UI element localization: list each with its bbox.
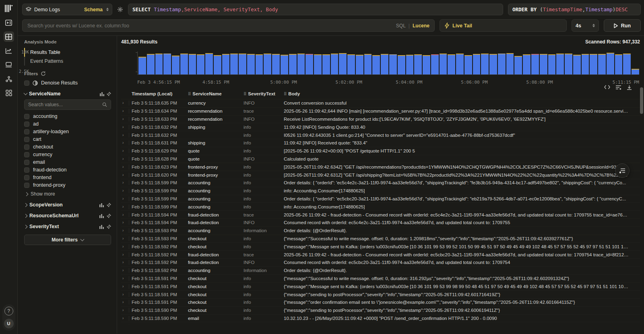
expand-row-icon[interactable]: › xyxy=(121,316,129,321)
nav-service-map-icon[interactable] xyxy=(4,74,14,84)
histogram-bar[interactable] xyxy=(473,54,481,74)
scrollbar-thumb[interactable] xyxy=(640,87,643,114)
table-row[interactable]: ›Feb 3 5:11:18.591 PMcheckoutinfo{"messa… xyxy=(121,298,640,306)
histogram-bar[interactable] xyxy=(163,54,171,74)
table-row[interactable]: ›Feb 3 5:11:18.590 PMcheckoutinfo{"messa… xyxy=(121,306,640,314)
histogram-bar[interactable] xyxy=(582,54,589,74)
histogram-bar[interactable] xyxy=(322,54,330,74)
histogram-bar[interactable] xyxy=(573,55,581,74)
facet-pin-icon[interactable] xyxy=(107,214,111,218)
histogram-bar[interactable] xyxy=(548,54,556,74)
histogram-bar[interactable] xyxy=(281,55,288,74)
analysis-mode-event-patterns[interactable]: Event Patterns xyxy=(24,57,111,66)
table-row[interactable]: ›Feb 3 5:11:18.592 PMfraud-detectionINFO… xyxy=(121,258,640,266)
histogram-bar[interactable] xyxy=(180,54,188,74)
histogram-bar[interactable] xyxy=(615,54,623,74)
table-row[interactable]: ›Feb 3 5:11:18.592 PMfraud-detectiontrac… xyxy=(121,250,640,258)
table-row[interactable]: ›Feb 3 5:11:18.592 PMaccountingInformati… xyxy=(121,266,640,274)
expand-row-icon[interactable]: › xyxy=(121,117,129,122)
histogram-bar[interactable] xyxy=(607,53,614,74)
denoise-row[interactable]: Denoise Results xyxy=(24,80,111,86)
col-header-servicename[interactable]: ⠿ServiceName xyxy=(188,91,244,96)
expand-row-icon[interactable]: › xyxy=(121,133,129,138)
histogram-bar[interactable] xyxy=(514,56,522,74)
histogram-bar[interactable] xyxy=(222,54,230,74)
facet-value-checkbox[interactable] xyxy=(24,122,29,127)
histogram-bar[interactable] xyxy=(598,54,606,74)
histogram-bar[interactable] xyxy=(347,54,355,74)
histogram-bar[interactable] xyxy=(314,54,322,74)
run-button[interactable]: Run xyxy=(604,19,641,32)
col-header-timestamp[interactable]: Timestamp (Local) xyxy=(132,91,188,96)
nav-search-table-icon[interactable] xyxy=(4,31,14,42)
download-icon[interactable] xyxy=(627,85,632,90)
histogram-bar[interactable] xyxy=(523,54,530,74)
facet-search-input[interactable] xyxy=(28,102,102,107)
histogram-bar[interactable] xyxy=(339,53,347,74)
user-avatar[interactable]: U xyxy=(4,319,14,328)
expand-row-icon[interactable]: › xyxy=(121,228,129,233)
facet-servicename-header[interactable]: ServiceName xyxy=(24,91,111,97)
expand-row-icon[interactable]: › xyxy=(121,204,129,209)
histogram-bar[interactable] xyxy=(506,53,514,74)
table-row[interactable]: ›Feb 3 5:11:18.599 PMaccountinginfoinfo:… xyxy=(121,187,640,195)
histogram-bar[interactable] xyxy=(305,54,313,74)
facet-value-checkbox[interactable] xyxy=(24,175,29,180)
show-more-toggle[interactable]: Show more xyxy=(25,191,111,197)
facet-chart-icon[interactable] xyxy=(99,203,104,207)
facet-chart-icon[interactable] xyxy=(99,92,105,96)
expand-row-icon[interactable]: › xyxy=(121,260,129,265)
facet-resourceschemaurl-header[interactable]: ResourceSchemaUrl xyxy=(24,213,111,219)
histogram-bar[interactable] xyxy=(389,54,397,74)
table-row[interactable]: ›Feb 3 5:11:18.589 PMcheckoutinfo{"messa… xyxy=(121,322,640,324)
refresh-filters-icon[interactable] xyxy=(41,71,46,76)
histogram-bar[interactable] xyxy=(331,54,339,74)
table-row[interactable]: ›Feb 3 5:11:18.632 PMinfoI0526 11:09:42.… xyxy=(121,131,640,139)
histogram-bar[interactable] xyxy=(297,54,305,74)
expand-row-icon[interactable]: › xyxy=(121,109,129,113)
wrap-lines-icon[interactable] xyxy=(615,85,621,90)
table-scrollbar[interactable] xyxy=(640,83,643,325)
denoise-checkbox[interactable] xyxy=(24,80,29,86)
search-input[interactable] xyxy=(27,23,396,29)
facet-value-checkbox[interactable] xyxy=(24,160,29,165)
histogram-bar[interactable] xyxy=(247,54,255,74)
expand-row-icon[interactable]: › xyxy=(121,157,129,161)
events-histogram[interactable]: 10K 2.5K Feb 3 4:56:15 PM4:58:15 PM5:00:… xyxy=(121,48,640,85)
facet-value-row[interactable]: artillery-loadgen xyxy=(24,129,111,134)
facet-chart-icon[interactable] xyxy=(99,214,104,218)
facet-value-row[interactable]: fraud-detection xyxy=(24,167,111,173)
expand-row-icon[interactable]: › xyxy=(121,140,129,145)
histogram-bar[interactable] xyxy=(464,55,472,74)
histogram-bar[interactable] xyxy=(155,54,163,74)
facet-chart-icon[interactable] xyxy=(99,225,104,229)
histogram-bar[interactable] xyxy=(372,55,380,74)
sidebar-panel-icon[interactable] xyxy=(4,17,14,28)
settings-gear-icon[interactable] xyxy=(117,6,123,12)
live-tail-button[interactable]: Live Tail xyxy=(440,19,567,32)
facet-value-row[interactable]: frontend-proxy xyxy=(24,182,111,188)
facet-value-row[interactable]: ad xyxy=(24,121,111,127)
histogram-bar[interactable] xyxy=(256,54,263,74)
expand-row-icon[interactable]: › xyxy=(121,101,129,105)
histogram-bar[interactable] xyxy=(556,54,564,74)
histogram-bar[interactable] xyxy=(456,54,464,74)
expand-row-icon[interactable]: › xyxy=(121,284,129,289)
facet-value-row[interactable]: currency xyxy=(24,152,111,157)
table-row[interactable]: ›Feb 3 5:11:18.591 PMcheckoutinfo{"messa… xyxy=(121,274,640,282)
facet-value-checkbox[interactable] xyxy=(24,183,29,188)
histogram-bar[interactable] xyxy=(189,54,196,74)
histogram-bar[interactable] xyxy=(205,53,213,74)
histogram-bars[interactable] xyxy=(137,52,639,75)
nav-monitor-icon[interactable] xyxy=(4,60,14,70)
table-row[interactable]: ›Feb 3 5:11:18.633 PMrecommendationINFOR… xyxy=(121,115,640,123)
histogram-bar[interactable] xyxy=(632,69,639,74)
expand-row-icon[interactable]: › xyxy=(121,165,129,169)
expand-row-icon[interactable]: › xyxy=(121,324,129,324)
histogram-bar[interactable] xyxy=(448,54,455,74)
select-clause-editor[interactable]: SELECTTimestamp, ServiceName, SeverityTe… xyxy=(128,4,503,15)
histogram-bar[interactable] xyxy=(230,54,238,74)
table-row[interactable]: ›Feb 3 5:11:18.599 PMaccountinginfoOrder… xyxy=(121,195,640,203)
histogram-bar[interactable] xyxy=(623,54,631,74)
table-row[interactable]: ›Feb 3 5:11:18.594 PMfraud-detectiontrac… xyxy=(121,210,640,219)
